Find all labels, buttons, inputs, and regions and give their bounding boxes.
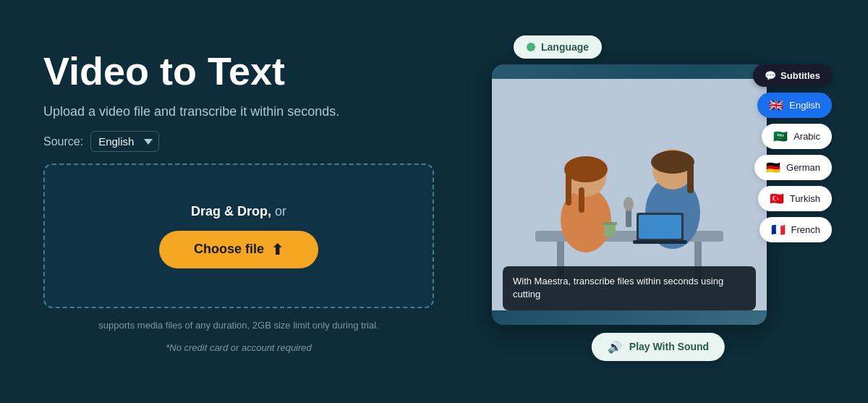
play-with-sound-button[interactable]: 🔊 Play With Sound [592, 333, 725, 361]
page-title: Video to Text [43, 50, 285, 93]
choose-file-button[interactable]: Choose file ⬆ [159, 231, 318, 268]
english-label: English [789, 100, 820, 111]
speaker-icon: 🔊 [608, 340, 622, 354]
turkish-flag-icon: 🇹🇷 [770, 192, 784, 205]
subtitle: Upload a video file and transcribe it wi… [43, 104, 339, 119]
lang-option-arabic[interactable]: 🇸🇦 Arabic [762, 124, 832, 149]
svg-rect-7 [566, 173, 571, 205]
choose-file-label: Choose file [194, 242, 264, 257]
german-flag-icon: 🇩🇪 [766, 161, 780, 174]
support-text: supports media files of any duration, 2G… [43, 320, 434, 331]
video-caption: With Maestra, transcribe files within se… [503, 266, 756, 310]
drop-zone[interactable]: Drag & Drop, or Choose file ⬆ [43, 164, 434, 308]
subtitles-label: Subtitles [780, 70, 820, 81]
svg-point-17 [624, 197, 634, 211]
english-flag-icon: 🇬🇧 [769, 98, 783, 112]
french-flag-icon: 🇫🇷 [771, 223, 786, 237]
svg-rect-14 [633, 240, 687, 244]
main-container: Video to Text Upload a video file and tr… [0, 0, 868, 403]
upload-icon: ⬆ [271, 241, 284, 258]
subtitles-badge: 💬 Subtitles [753, 64, 832, 87]
french-label: French [791, 224, 820, 235]
lang-dot-icon [527, 43, 535, 51]
svg-rect-18 [604, 224, 616, 237]
svg-rect-12 [687, 164, 694, 193]
video-caption-text: With Maestra, transcribe files within se… [513, 276, 723, 300]
lang-option-english[interactable]: 🇬🇧 English [757, 93, 832, 118]
svg-rect-19 [603, 222, 617, 225]
turkish-label: Turkish [790, 193, 820, 204]
play-label: Play With Sound [629, 341, 709, 352]
source-row: Source: English French Spanish German Ar… [43, 131, 159, 152]
language-badge-label: Language [541, 41, 589, 53]
svg-rect-8 [579, 187, 584, 213]
svg-rect-15 [639, 215, 681, 239]
source-label: Source: [43, 135, 83, 148]
source-select[interactable]: English French Spanish German Arabic Tur… [90, 131, 159, 152]
right-panel: Language [492, 35, 825, 368]
lang-option-turkish[interactable]: 🇹🇷 Turkish [758, 186, 832, 211]
speech-bubble-icon: 💬 [765, 70, 776, 81]
no-credit-text: *No credit card or account required [43, 342, 434, 353]
arabic-label: Arabic [793, 131, 820, 142]
drag-drop-text: Drag & Drop, or [191, 204, 286, 219]
lang-option-french[interactable]: 🇫🇷 French [760, 217, 832, 242]
video-placeholder: With Maestra, transcribe files within se… [492, 64, 767, 325]
german-label: German [786, 162, 820, 173]
left-panel: Video to Text Upload a video file and tr… [43, 50, 448, 353]
arabic-flag-icon: 🇸🇦 [773, 130, 788, 143]
lang-option-german[interactable]: 🇩🇪 German [754, 155, 832, 180]
subtitles-panel: 💬 Subtitles 🇬🇧 English 🇸🇦 Arabic 🇩🇪 Germ… [753, 64, 832, 242]
video-card: With Maestra, transcribe files within se… [492, 64, 767, 325]
language-badge[interactable]: Language [514, 35, 602, 59]
